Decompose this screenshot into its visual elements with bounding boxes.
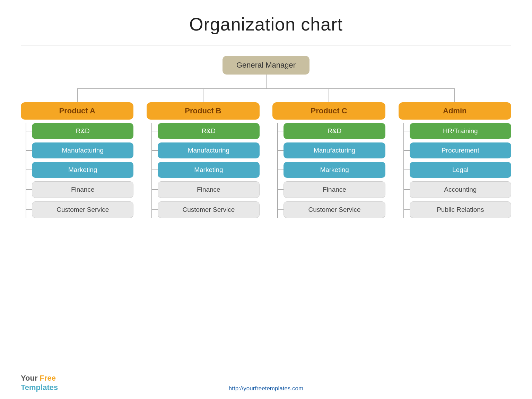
col-stem-3 xyxy=(454,88,455,102)
bracket-horiz-0-1 xyxy=(26,150,32,151)
item-row-0-3: Finance xyxy=(26,181,133,198)
bracket-horiz-1-4 xyxy=(152,209,158,210)
item-box-0-2: Marketing xyxy=(32,162,133,178)
bracket-section-2: R&DManufacturingMarketingFinanceCustomer… xyxy=(272,123,385,218)
bracket-section-1: R&DManufacturingMarketingFinanceCustomer… xyxy=(147,123,259,218)
columns-container: Product AR&DManufacturingMarketingFinanc… xyxy=(21,88,511,218)
item-box-1-3: Finance xyxy=(158,181,259,198)
item-box-3-0: HR/Training xyxy=(410,123,511,139)
item-box-3-2: Legal xyxy=(410,162,511,178)
item-box-0-3: Finance xyxy=(32,181,133,198)
gm-connector-line xyxy=(266,75,267,88)
bracket-items-2: R&DManufacturingMarketingFinanceCustomer… xyxy=(278,123,385,218)
gm-box: General Manager xyxy=(223,56,309,75)
item-row-1-1: Manufacturing xyxy=(152,142,259,158)
col-stem-0 xyxy=(77,88,78,102)
bracket-horiz-2-3 xyxy=(278,189,284,190)
logo-free: Free xyxy=(40,374,56,382)
gm-connector: General Manager xyxy=(223,56,309,88)
footer-link[interactable]: http://yourfreetemplates.com xyxy=(229,385,303,392)
item-box-2-2: Marketing xyxy=(284,162,385,178)
item-box-2-3: Finance xyxy=(284,181,385,198)
bracket-vert-0 xyxy=(26,123,26,218)
item-box-2-0: R&D xyxy=(284,123,385,139)
item-box-0-4: Customer Service xyxy=(32,201,133,218)
item-box-1-2: Marketing xyxy=(158,162,259,178)
column-3: AdminHR/TrainingProcurementLegalAccounti… xyxy=(399,88,511,218)
bracket-horiz-3-1 xyxy=(404,150,410,151)
item-box-3-1: Procurement xyxy=(410,142,511,158)
item-row-2-1: Manufacturing xyxy=(278,142,385,158)
item-row-3-1: Procurement xyxy=(404,142,511,158)
item-box-1-4: Customer Service xyxy=(158,201,259,218)
footer-logo: Your Free Templates xyxy=(21,374,58,392)
item-box-0-0: R&D xyxy=(32,123,133,139)
item-row-1-3: Finance xyxy=(152,181,259,198)
bracket-horiz-3-2 xyxy=(404,170,410,170)
item-row-0-1: Manufacturing xyxy=(26,142,133,158)
item-row-3-2: Legal xyxy=(404,162,511,178)
column-0: Product AR&DManufacturingMarketingFinanc… xyxy=(21,88,133,218)
item-row-0-4: Customer Service xyxy=(26,201,133,218)
item-box-0-1: Manufacturing xyxy=(32,142,133,158)
item-box-3-3: Accounting xyxy=(410,181,511,198)
col-header-2: Product C xyxy=(272,102,385,120)
chart-area: General Manager Product AR&DManufacturin… xyxy=(0,45,532,225)
page-title: Organization chart xyxy=(0,0,532,45)
bracket-left-3 xyxy=(399,123,404,218)
item-row-2-0: R&D xyxy=(278,123,385,139)
item-box-2-4: Customer Service xyxy=(284,201,385,218)
column-1: Product BR&DManufacturingMarketingFinanc… xyxy=(147,88,259,218)
bracket-horiz-2-4 xyxy=(278,209,284,210)
bracket-left-0 xyxy=(21,123,26,218)
bracket-left-2 xyxy=(272,123,278,218)
logo-templates: Templates xyxy=(21,383,58,392)
bracket-horiz-0-0 xyxy=(26,131,32,131)
item-row-2-2: Marketing xyxy=(278,162,385,178)
item-box-1-1: Manufacturing xyxy=(158,142,259,158)
column-2: Product CR&DManufacturingMarketingFinanc… xyxy=(272,88,385,218)
footer: Your Free Templates http://yourfreetempl… xyxy=(0,385,532,392)
item-row-2-3: Finance xyxy=(278,181,385,198)
bracket-horiz-0-2 xyxy=(26,170,32,170)
bracket-horiz-0-4 xyxy=(26,209,32,210)
item-row-3-0: HR/Training xyxy=(404,123,511,139)
bracket-horiz-3-4 xyxy=(404,209,410,210)
col-stem-2 xyxy=(329,88,329,102)
bracket-vert-1 xyxy=(151,123,152,218)
item-row-3-4: Public Relations xyxy=(404,201,511,218)
bracket-horiz-3-0 xyxy=(404,131,410,131)
col-header-0: Product A xyxy=(21,102,133,120)
bracket-horiz-3-3 xyxy=(404,189,410,190)
col-header-3: Admin xyxy=(399,102,511,120)
bracket-section-0: R&DManufacturingMarketingFinanceCustomer… xyxy=(21,123,133,218)
item-row-1-4: Customer Service xyxy=(152,201,259,218)
bracket-horiz-0-3 xyxy=(26,189,32,190)
item-row-1-2: Marketing xyxy=(152,162,259,178)
item-row-2-4: Customer Service xyxy=(278,201,385,218)
item-box-3-4: Public Relations xyxy=(410,201,511,218)
bracket-items-1: R&DManufacturingMarketingFinanceCustomer… xyxy=(152,123,259,218)
bracket-left-1 xyxy=(147,123,152,218)
item-row-3-3: Accounting xyxy=(404,181,511,198)
bracket-horiz-1-2 xyxy=(152,170,158,170)
bracket-horiz-2-0 xyxy=(278,131,284,131)
item-row-1-0: R&D xyxy=(152,123,259,139)
bracket-horiz-1-0 xyxy=(152,131,158,131)
col-header-1: Product B xyxy=(147,102,259,120)
bracket-vert-3 xyxy=(403,123,404,218)
bracket-horiz-1-1 xyxy=(152,150,158,151)
item-row-0-2: Marketing xyxy=(26,162,133,178)
bracket-items-0: R&DManufacturingMarketingFinanceCustomer… xyxy=(26,123,133,218)
bracket-horiz-2-1 xyxy=(278,150,284,151)
item-row-0-0: R&D xyxy=(26,123,133,139)
item-box-1-0: R&D xyxy=(158,123,259,139)
bracket-horiz-1-3 xyxy=(152,189,158,190)
bracket-section-3: HR/TrainingProcurementLegalAccountingPub… xyxy=(399,123,511,218)
logo-your: Your xyxy=(21,374,37,382)
item-box-2-1: Manufacturing xyxy=(284,142,385,158)
bracket-items-3: HR/TrainingProcurementLegalAccountingPub… xyxy=(404,123,511,218)
bracket-vert-2 xyxy=(277,123,278,218)
bracket-horiz-2-2 xyxy=(278,170,284,170)
col-stem-1 xyxy=(203,88,203,102)
